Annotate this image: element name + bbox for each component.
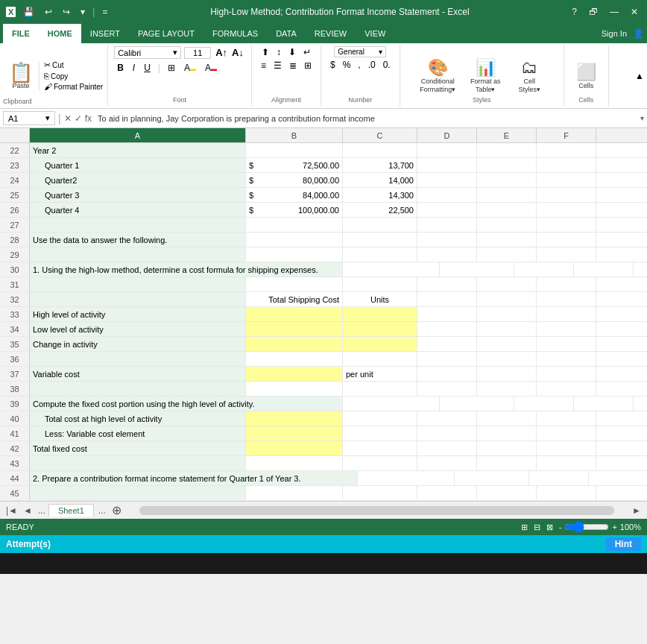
cell-f23[interactable] — [537, 158, 596, 172]
tab-review[interactable]: REVIEW — [306, 24, 356, 43]
fill-color-button[interactable]: A▬ — [181, 62, 199, 74]
tab-file[interactable]: FILE — [3, 24, 39, 43]
align-bottom-button[interactable]: ⬇ — [285, 46, 299, 58]
row-number[interactable]: 40 — [0, 411, 30, 426]
cell-a26[interactable]: Quarter 4 — [30, 203, 246, 217]
cell-c38[interactable] — [343, 382, 417, 396]
font-name-dropdown[interactable]: Calibri ▾ — [114, 46, 181, 59]
bold-button[interactable]: B — [114, 62, 127, 74]
cell-f22[interactable] — [537, 143, 596, 157]
row-number[interactable]: 44 — [0, 471, 30, 485]
row-number[interactable]: 34 — [0, 322, 30, 336]
cell-c32[interactable]: Units — [343, 292, 417, 306]
cell-b23[interactable]: $72,500.00 — [246, 158, 343, 172]
cell-c26[interactable]: 22,500 — [343, 203, 417, 217]
cell-b43[interactable] — [246, 456, 343, 470]
italic-button[interactable]: I — [130, 62, 138, 74]
col-header-f[interactable]: F — [537, 128, 596, 142]
cell-b44[interactable] — [358, 471, 455, 485]
page-break-icon[interactable]: ⊠ — [546, 523, 553, 532]
cell-b36[interactable] — [246, 352, 343, 366]
cell-b28[interactable] — [246, 233, 343, 247]
cell-a25[interactable]: Quarter 3 — [30, 188, 246, 202]
tab-page-layout[interactable]: PAGE LAYOUT — [129, 24, 203, 43]
row-number[interactable]: 45 — [0, 486, 30, 500]
cell-a27[interactable] — [30, 218, 246, 232]
restore-button[interactable]: 🗗 — [586, 5, 601, 19]
row-number[interactable]: 41 — [0, 426, 30, 441]
cell-b35[interactable] — [246, 337, 343, 351]
cell-a35[interactable]: Change in activity — [30, 337, 246, 351]
sheet-add-button[interactable]: ⊕ — [109, 503, 124, 517]
cell-a44[interactable]: 2. Prepare a contribution format income … — [30, 471, 358, 485]
align-right-button[interactable]: ≣ — [286, 60, 300, 72]
cell-f40[interactable] — [537, 411, 596, 426]
cell-c33[interactable] — [343, 307, 417, 321]
cell-e36[interactable] — [477, 352, 537, 366]
cell-c23[interactable]: 13,700 — [343, 158, 417, 172]
cells-button[interactable]: ⬜ Cells — [573, 61, 599, 91]
cell-e37[interactable] — [477, 367, 537, 381]
sign-in[interactable]: Sign In — [602, 29, 627, 38]
cell-f26[interactable] — [537, 203, 596, 217]
cell-e35[interactable] — [477, 337, 537, 351]
cell-a32[interactable] — [30, 292, 246, 306]
cell-a33[interactable]: High level of activity — [30, 307, 246, 321]
tab-formulas[interactable]: FORMULAS — [203, 24, 267, 43]
cell-d30[interactable] — [514, 262, 574, 277]
minimize-button[interactable]: — — [607, 5, 622, 19]
cell-f24[interactable] — [537, 173, 596, 187]
cell-b31[interactable] — [246, 277, 343, 291]
row-number[interactable]: 31 — [0, 277, 30, 291]
hint-button[interactable]: Hint — [606, 537, 641, 551]
cell-e27[interactable] — [477, 218, 537, 232]
cell-e32[interactable] — [477, 292, 537, 306]
cell-e41[interactable] — [477, 426, 537, 441]
col-header-d[interactable]: D — [417, 128, 477, 142]
cell-d45[interactable] — [417, 486, 477, 500]
comma-button[interactable]: , — [355, 59, 363, 71]
row-number[interactable]: 36 — [0, 352, 30, 366]
format-painter-button[interactable]: 🖌 Format Painter — [42, 81, 104, 92]
cell-b32[interactable]: Total Shipping Cost — [246, 292, 343, 306]
font-grow-button[interactable]: A↑ — [214, 47, 229, 58]
cell-e31[interactable] — [477, 277, 537, 291]
cell-f39[interactable] — [634, 397, 647, 411]
cell-f33[interactable] — [537, 307, 596, 321]
cell-a45[interactable] — [30, 486, 246, 500]
tab-insert[interactable]: INSERT — [81, 24, 129, 43]
cell-f35[interactable] — [537, 337, 596, 351]
font-size-dropdown[interactable]: 11 — [184, 47, 211, 59]
col-header-a[interactable]: A — [30, 128, 246, 142]
cell-c22[interactable] — [343, 143, 417, 157]
cell-b34[interactable] — [246, 322, 343, 336]
row-number[interactable]: 24 — [0, 173, 30, 187]
cell-c30[interactable] — [440, 262, 514, 277]
cell-d23[interactable] — [417, 158, 477, 172]
cell-d31[interactable] — [417, 277, 477, 291]
row-number[interactable]: 28 — [0, 233, 30, 247]
row-number[interactable]: 26 — [0, 203, 30, 217]
formula-expand-arrow[interactable]: ▾ — [640, 114, 644, 122]
cell-d40[interactable] — [417, 411, 477, 426]
cell-d43[interactable] — [417, 456, 477, 470]
cell-d34[interactable] — [417, 322, 477, 336]
cell-c27[interactable] — [343, 218, 417, 232]
currency-button[interactable]: $ — [327, 59, 338, 71]
row-number[interactable]: 39 — [0, 397, 30, 411]
wrap-text-button[interactable]: ↵ — [300, 46, 314, 58]
align-center-button[interactable]: ☰ — [271, 60, 285, 72]
sheet-prev[interactable]: ◄ — [20, 505, 35, 516]
align-left-button[interactable]: ≡ — [258, 60, 269, 72]
cell-e22[interactable] — [477, 143, 537, 157]
cell-e45[interactable] — [477, 486, 537, 500]
zoom-slider[interactable] — [564, 521, 609, 533]
cell-c44[interactable] — [455, 471, 529, 485]
cell-d44[interactable] — [529, 471, 589, 485]
cell-f28[interactable] — [537, 233, 596, 247]
sheet-tab-active[interactable]: Sheet1 — [48, 504, 94, 517]
font-color-button[interactable]: A▬ — [202, 62, 220, 74]
row-number[interactable]: 43 — [0, 456, 30, 470]
font-shrink-button[interactable]: A↓ — [230, 47, 245, 58]
cell-f37[interactable] — [537, 367, 596, 381]
